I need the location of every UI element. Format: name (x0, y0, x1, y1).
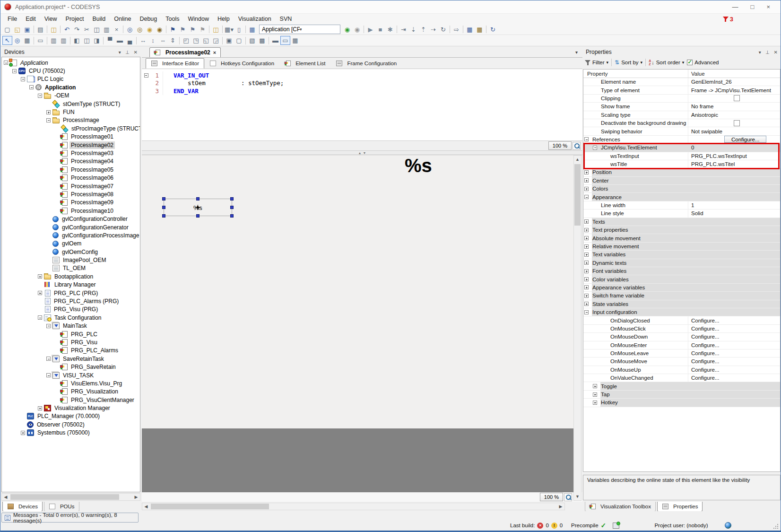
tree-item[interactable]: PRG_VisuClientManager (2, 396, 140, 404)
edit-background-icon[interactable]: ▧ (247, 36, 257, 45)
resize-handle[interactable] (162, 214, 165, 218)
tree-item[interactable]: ProcessImage04 (2, 157, 140, 166)
collapse-icon[interactable] (584, 310, 589, 314)
tab-close-icon[interactable]: × (213, 50, 216, 55)
tree-item[interactable]: ProcessImage01 (2, 133, 140, 141)
tree-item[interactable]: -OEM (2, 92, 140, 100)
subtab-interface-editor[interactable]: Interface Editor (146, 58, 204, 69)
expand-icon[interactable] (593, 384, 597, 388)
collapse-icon[interactable] (38, 315, 42, 320)
tree-item[interactable]: ProcessImage09 (2, 199, 140, 207)
devices-horizontal-scrollbar[interactable]: ◀ ▶ (1, 493, 140, 501)
collapse-icon[interactable] (29, 85, 34, 89)
save-icon[interactable]: ▣ (22, 25, 32, 34)
flow-control-icon[interactable]: ⇨ (451, 25, 461, 34)
scroll-right-icon[interactable]: ▶ (132, 494, 140, 500)
collapse-icon[interactable] (593, 146, 597, 150)
start-icon[interactable]: ▶ (365, 25, 375, 34)
menu-item-build[interactable]: Build (88, 14, 110, 24)
devices-pin-icon[interactable]: ⊥ (125, 50, 130, 55)
active-application-dropdown[interactable]: Application [CPU: PLC Logic]▾ (259, 25, 340, 34)
distribute-vertically-icon[interactable]: ↕ (148, 36, 158, 45)
configure-button[interactable]: Configure... (724, 136, 766, 143)
list-components-icon[interactable]: ▬ (270, 36, 280, 45)
configure-link[interactable]: Configure... (691, 367, 719, 373)
configure-link[interactable]: Configure... (691, 350, 719, 356)
expand-icon[interactable] (584, 269, 589, 273)
copy-project-icon[interactable]: ◫ (49, 25, 59, 34)
expand-icon[interactable] (584, 302, 589, 306)
tab-pous[interactable]: POUs (44, 502, 79, 512)
align-center-icon[interactable]: ◫ (82, 36, 92, 45)
send-to-back-icon[interactable]: ◲ (211, 36, 221, 45)
expand-icon[interactable] (38, 406, 42, 410)
collapse-icon[interactable] (46, 357, 51, 361)
tree-item[interactable]: stProcImageType (STRUCT) (2, 124, 140, 132)
expand-icon[interactable] (584, 219, 589, 224)
collapse-icon[interactable] (21, 77, 25, 81)
collapse-icon[interactable] (46, 373, 51, 377)
resize-handle[interactable] (162, 197, 165, 201)
logout-icon[interactable]: ◉ (352, 25, 362, 34)
expand-icon[interactable] (593, 401, 597, 405)
collapse-icon[interactable] (12, 69, 17, 73)
canvas-horizontal-scrollbar[interactable]: ◀ ▶ (142, 503, 565, 510)
resize-handle[interactable] (162, 206, 165, 209)
tree-item[interactable]: PLC Logic (2, 75, 140, 83)
collapse-icon[interactable] (46, 118, 51, 122)
copy-icon[interactable]: ◫ (92, 25, 102, 34)
menu-item-debug[interactable]: Debug (135, 14, 161, 24)
advanced-checkbox[interactable]: Advanced (687, 60, 719, 65)
filter-button[interactable]: Filter ▾ (585, 60, 608, 65)
svn-status-badge[interactable]: 3 (723, 16, 733, 23)
tree-item[interactable]: Application (2, 83, 140, 91)
tab-processimage02[interactable]: ProcessImage02 × (149, 47, 221, 57)
align-left-icon[interactable]: ◧ (72, 36, 82, 45)
minimize-button[interactable]: — (732, 3, 738, 10)
tree-item[interactable]: stOemType (STRUCT) (2, 100, 140, 108)
tree-item[interactable]: PRG_PLC_Alarms (2, 347, 140, 355)
make-same-height-icon[interactable]: ⇕ (168, 36, 178, 45)
interface-editor-code[interactable]: 1VAR_IN_OUT2 stOem : stOemType;3END_VAR (142, 69, 582, 141)
send-one-backward-icon[interactable]: ◱ (201, 36, 211, 45)
subtab-hotkeys-configuration[interactable]: Hotkeys Configuration (204, 58, 279, 69)
step-into-icon[interactable]: ⇣ (408, 25, 418, 34)
code-line[interactable]: 1VAR_IN_OUT (142, 71, 582, 79)
menu-item-svn[interactable]: SVN (276, 14, 296, 24)
tree-item[interactable]: ImagePool_OEM (2, 256, 140, 264)
cut-icon[interactable]: ✂ (82, 25, 92, 34)
align-right-icon[interactable]: ◨ (92, 36, 102, 45)
multi-paste-icon[interactable]: ◫ (211, 25, 221, 34)
bring-to-front-icon[interactable]: ◰ (181, 36, 191, 45)
step-out-icon[interactable]: ⇡ (418, 25, 428, 34)
tree-item[interactable]: ProcessImage (2, 116, 140, 124)
menu-item-window[interactable]: Window (183, 14, 213, 24)
tree-item[interactable]: TL_OEM (2, 264, 140, 272)
tab-properties[interactable]: Properties (657, 502, 703, 512)
replace-all-icon[interactable]: ◉ (155, 25, 165, 34)
tree-item[interactable]: ProcessImage07 (2, 182, 140, 190)
devices-close-icon[interactable]: ✕ (134, 50, 138, 55)
scroll-down-icon[interactable]: ▼ (574, 493, 581, 500)
make-same-width-icon[interactable]: ⇔ (158, 36, 168, 45)
resize-handle[interactable] (230, 197, 234, 201)
menu-item-tools[interactable]: Tools (161, 14, 183, 24)
anchor-horizontal-icon[interactable]: ▥ (49, 36, 59, 45)
input-assistant-icon[interactable]: ▦ (247, 25, 257, 34)
collapse-icon[interactable] (584, 137, 589, 141)
redo-icon[interactable]: ↷ (72, 25, 82, 34)
menu-item-edit[interactable]: Edit (21, 14, 40, 24)
collapse-icon[interactable] (4, 61, 8, 65)
visu-select-pointer-icon[interactable]: ↖ (2, 36, 12, 45)
tree-item[interactable]: gvlConfigurationGenerator (2, 223, 140, 231)
build-icon[interactable]: ✱ (385, 25, 395, 34)
anchor-vertical-icon[interactable]: ▥ (59, 36, 69, 45)
gateway-status[interactable] (725, 522, 731, 529)
resize-handle[interactable] (230, 214, 234, 218)
scrollbar-thumb[interactable] (574, 164, 581, 226)
visu-zoom-icon[interactable]: ◎ (12, 36, 22, 45)
expand-icon[interactable] (584, 170, 589, 174)
code-line[interactable]: 3END_VAR (142, 87, 582, 95)
tree-item[interactable]: ProcessImage05 (2, 166, 140, 174)
tree-item[interactable]: FUN (2, 108, 140, 116)
